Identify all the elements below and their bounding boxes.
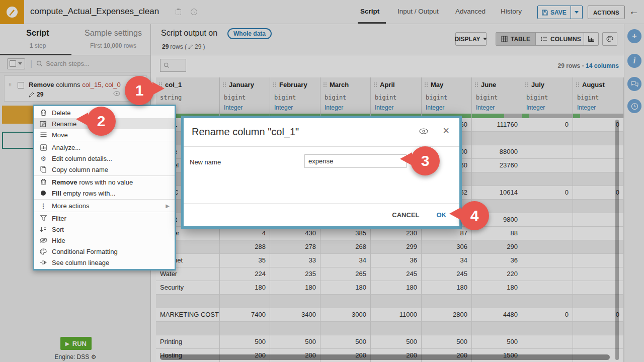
callout-badge-2: 2	[87, 107, 116, 136]
menu-separator	[34, 212, 175, 212]
menu-item-label: Filter	[52, 215, 170, 222]
cancel-button[interactable]: CANCEL	[392, 211, 419, 219]
close-icon[interactable]: ×	[443, 124, 449, 137]
menu-item-label: Sort	[52, 226, 170, 233]
menu-separator	[34, 175, 175, 176]
menu-item-edit-column-details[interactable]: ⚙Edit column details...	[34, 153, 175, 164]
preview-eye-icon[interactable]	[419, 128, 428, 134]
ok-button[interactable]: OK	[437, 211, 447, 219]
trash-icon	[39, 109, 47, 116]
menu-item-filter[interactable]: Filter	[34, 213, 175, 224]
menu-item-label: Analyze...	[52, 144, 170, 151]
menu-item-label: See column lineage	[52, 259, 170, 266]
fill-icon	[39, 190, 47, 196]
menu-item-label: Hide	[52, 237, 170, 244]
callout-badge-1: 1	[125, 76, 154, 105]
more-icon: ⋮	[39, 203, 47, 209]
modal-divider	[184, 146, 459, 147]
callout-badge-4: 4	[460, 201, 489, 230]
submenu-chevron-icon: ▶	[166, 203, 170, 209]
menu-separator	[34, 199, 175, 200]
menu-item-conditional-formatting[interactable]: Conditional Formatting	[34, 246, 175, 257]
menu-item-analyze[interactable]: Analyze...	[34, 142, 175, 153]
menu-item-label: Edit column details...	[52, 155, 170, 162]
menu-item-hide[interactable]: Hide	[34, 235, 175, 246]
menu-item-label: Copy column name	[52, 166, 170, 173]
menu-item-label: Fill empty rows with...	[52, 190, 170, 197]
menu-item-label: Remove rows with no value	[52, 178, 170, 186]
copy-icon	[39, 166, 47, 173]
move-icon	[39, 132, 47, 137]
condfmt-icon	[39, 248, 47, 255]
menu-item-label: Conditional Formatting	[52, 248, 170, 255]
modal-footer: CANCEL OK	[184, 203, 459, 226]
modal-title: Rename column "col_1"	[192, 126, 299, 138]
menu-item-empty-rows-with[interactable]: Fill empty rows with...	[34, 188, 175, 199]
menu-item-sort[interactable]: Sort	[34, 224, 175, 235]
menu-item-copy-column-name[interactable]: Copy column name	[34, 164, 175, 175]
new-name-input[interactable]	[304, 154, 407, 168]
lineage-icon	[39, 259, 47, 265]
hide-icon	[39, 237, 47, 243]
sort-icon	[39, 226, 47, 232]
filter-icon	[39, 215, 47, 221]
menu-item-label: More actions	[52, 202, 161, 210]
analyze-icon	[39, 144, 47, 151]
rename-icon	[39, 120, 47, 127]
gear-icon: ⚙	[39, 155, 47, 162]
callout-badge-3: 3	[411, 146, 440, 175]
new-name-label: New name	[190, 158, 221, 166]
menu-separator	[34, 141, 175, 141]
menu-item-see-column-lineage[interactable]: See column lineage	[34, 257, 175, 268]
menu-item-rows-with-no-value[interactable]: Remove rows with no value	[34, 176, 175, 188]
trash-icon	[39, 178, 47, 186]
menu-item-more-actions[interactable]: ⋮More actions▶	[34, 200, 175, 211]
